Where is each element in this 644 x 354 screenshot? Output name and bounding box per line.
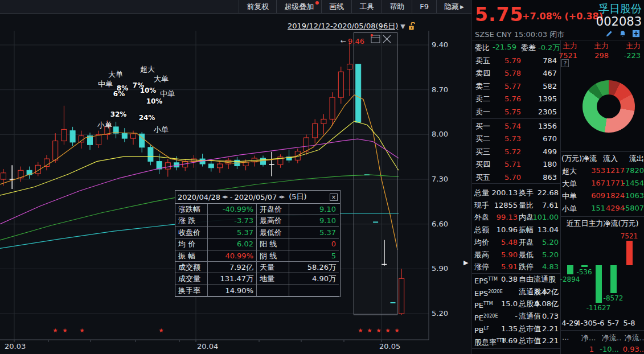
info-row: EPS2020E流通股本8.42亿 (472, 286, 560, 298)
date-step-arrows-icon[interactable]: ◀▶ (278, 195, 285, 199)
level-price: 5.72 (494, 146, 521, 158)
level-label: 买一 (475, 120, 490, 133)
info-label: 开盘 (519, 236, 534, 249)
level-price: 5.73 (494, 133, 521, 145)
divider (560, 151, 644, 152)
info-row: 总额10.96振幅13.04 (472, 224, 560, 236)
level-label: 卖四 (475, 67, 490, 80)
chevron-down-icon[interactable]: ▼ (400, 23, 405, 30)
level-label: 买二 (475, 133, 490, 145)
menu-item-3[interactable]: 画线 (321, 0, 351, 13)
event-star-icon[interactable]: ★ (53, 327, 58, 334)
level-volume: 180 (543, 158, 557, 171)
event-star-icon[interactable]: ★ (63, 327, 68, 334)
event-star-icon[interactable]: ★ (376, 327, 382, 334)
level-volume: 582 (543, 80, 557, 93)
stat-value (289, 285, 339, 297)
popup-close-icon[interactable]: × (330, 194, 338, 201)
svg-text:←: ← (341, 37, 346, 45)
stat-value: 4.90万 (289, 273, 339, 285)
flow-out: -7820 (616, 166, 644, 175)
pencil-icon[interactable] (605, 30, 613, 38)
level-price: 5.75 (494, 106, 521, 118)
divider (472, 40, 644, 40)
last-price: 5.75 (475, 3, 523, 26)
chart-toolbar: 前复权超级叠加画线工具帮助F9隐藏▶ (0, 0, 471, 14)
level-label: 卖五 (475, 55, 490, 67)
info-value: 4.83 (542, 261, 559, 273)
interval-popup-header: 2020/04/28 ◀▶ - 2020/05/07 ◀▶ (5日) × (175, 191, 340, 204)
menu-item-7[interactable]: 隐藏▶ (436, 0, 471, 13)
menu-item-1[interactable]: 前复权 (239, 0, 276, 13)
info-value: 5.20 (542, 236, 559, 249)
stat-label: 阳 线 (257, 238, 289, 250)
divider (472, 273, 560, 274)
bell-icon[interactable] (618, 30, 627, 38)
stat-label: 涨跌幅 (175, 204, 208, 215)
stat-label: 均 价 (175, 238, 208, 250)
stat-value: 58.26万 (289, 262, 339, 273)
y-axis-tick: 8.70 (432, 85, 448, 94)
stat-label: 开盘价 (257, 204, 289, 215)
main-force-value: 298 (577, 51, 609, 60)
stat-label: 地量 (257, 273, 289, 285)
menu-item-4[interactable]: 工具 (351, 0, 382, 13)
menu-item-6[interactable]: F9 (412, 0, 436, 13)
level-label: 卖三 (475, 80, 490, 93)
divider (472, 348, 560, 349)
bottom-col-header: 净流.. (602, 333, 621, 343)
event-star-icon[interactable]: ★ (358, 327, 363, 334)
interval-stats-popup: 2020/04/28 ◀▶ - 2020/05/07 ◀▶ (5日) × 涨跌幅… (175, 190, 341, 297)
flow-header: 流出 (629, 154, 644, 164)
help-icon[interactable]: ? (561, 59, 569, 67)
donut-label: 超大 (140, 64, 155, 75)
interval-to-date: 2020/05/07 (234, 193, 277, 201)
stat-value: 7.92亿 (208, 262, 257, 273)
menu-item-5[interactable]: 帮助 (382, 0, 412, 13)
main-force-value: -223 (609, 51, 641, 60)
info-label: 流通值 (519, 310, 541, 323)
flow-header: (万元)净流 (561, 154, 597, 164)
interval-days: (5日) (289, 192, 306, 202)
event-star-icon[interactable]: ★ (367, 327, 372, 334)
bottom-col-header: 净... (581, 333, 596, 343)
stat-value: 40.99% (208, 250, 257, 262)
info-value: 9.08亿 (535, 298, 559, 310)
donut-percentage: 8% (117, 84, 128, 92)
info-value: 12855 (489, 199, 518, 212)
info-row: 最高5.90最低5.20 (472, 249, 560, 261)
plus-icon[interactable] (632, 30, 641, 38)
submenu-arrow-icon: ▶ (460, 4, 464, 10)
order-size-donut-chart (583, 80, 635, 133)
event-star-icon[interactable]: ★ (80, 327, 85, 334)
info-label: 现手 (474, 199, 489, 212)
date-range-selector[interactable]: 2019/12/12-2020/05/08(96日) ▼ (288, 21, 416, 31)
event-star-icon[interactable]: ★ (159, 327, 164, 334)
stat-label: 成交量 (175, 273, 208, 285)
stat-value: -3.73 (208, 215, 257, 227)
divider (560, 216, 644, 217)
event-star-icon[interactable]: ★ (385, 327, 391, 334)
info-label: 自由流通股本 (519, 273, 560, 286)
date-step-arrows-icon[interactable]: ◀▶ (222, 195, 228, 199)
stat-label: 振 幅 (175, 250, 208, 262)
ask-row: 卖三5.77582 (472, 80, 560, 93)
level-label: 卖二 (475, 93, 490, 105)
main-force-value: 7521 (546, 51, 577, 60)
stat-label: 阴 线 (257, 250, 289, 262)
info-label: 涨停 (474, 261, 489, 273)
menu-item-2[interactable]: 超级叠加 (276, 0, 321, 13)
flow-bar-value: -8572 (600, 294, 626, 302)
collapse-panel-icon[interactable]: ▶ (463, 259, 469, 266)
date-range-label[interactable]: 2019/12/12-2020/05/08(96日) (288, 21, 398, 31)
event-star-icon[interactable]: ★ (395, 327, 400, 334)
x-axis-tick: 20.03 (5, 342, 26, 351)
donut-label: 中单 (98, 79, 113, 89)
unlocked-padlock-icon[interactable] (408, 22, 416, 31)
info-value: 10.96 (489, 224, 518, 236)
info-row: EPSTTM0.38自由流通股本 (472, 273, 560, 286)
stat-value: 9.10 (289, 204, 339, 215)
info-row: 现手12855量比7.61 (472, 199, 560, 212)
stat-value: 5.37 (289, 227, 339, 238)
flow-bar-category: 5-8 (616, 319, 642, 327)
